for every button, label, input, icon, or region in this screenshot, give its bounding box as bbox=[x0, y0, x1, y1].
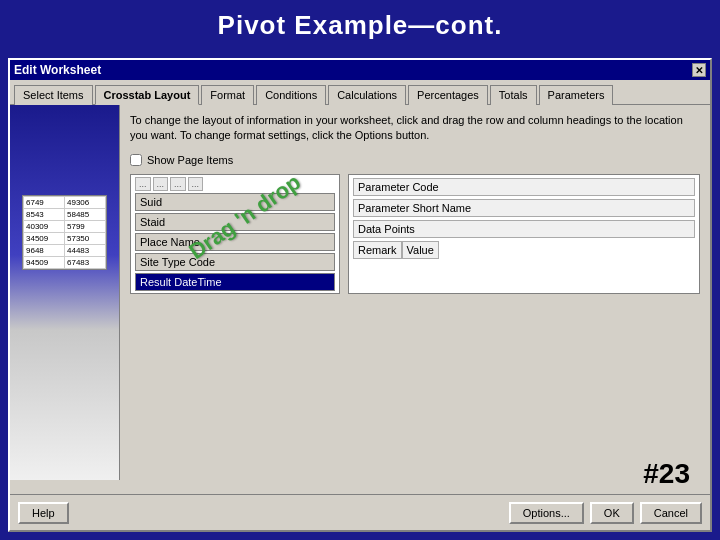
show-page-items-row: Show Page Items bbox=[130, 154, 700, 166]
tabs-row: Select Items Crosstab Layout Format Cond… bbox=[10, 80, 710, 105]
cancel-button[interactable]: Cancel bbox=[640, 502, 702, 524]
ok-button[interactable]: OK bbox=[590, 502, 634, 524]
tab-calculations[interactable]: Calculations bbox=[328, 85, 406, 105]
dialog-title-text: Edit Worksheet bbox=[14, 63, 101, 77]
right-content: To change the layout of information in y… bbox=[120, 105, 710, 480]
help-button[interactable]: Help bbox=[18, 502, 69, 524]
col-cell-3: ... bbox=[170, 177, 186, 191]
left-pivot-panel: ... ... ... ... Suid Staid Place Name Si… bbox=[130, 174, 340, 294]
result-datetime-field[interactable]: Result DateTime bbox=[135, 273, 335, 291]
parameter-short-name-field[interactable]: Parameter Short Name bbox=[353, 199, 695, 217]
show-page-items-checkbox[interactable] bbox=[130, 154, 142, 166]
tab-crosstab-layout[interactable]: Crosstab Layout bbox=[95, 85, 200, 105]
parameter-code-field[interactable]: Parameter Code bbox=[353, 178, 695, 196]
right-pivot-panel: Parameter Code Parameter Short Name Data… bbox=[348, 174, 700, 294]
options-button[interactable]: Options... bbox=[509, 502, 584, 524]
col-cell-4: ... bbox=[188, 177, 204, 191]
page-title: Pivot Example—cont. bbox=[0, 0, 720, 49]
col-cell-1: ... bbox=[135, 177, 151, 191]
pivot-area: Drag 'n drop ... ... ... ... Suid Staid … bbox=[130, 174, 700, 294]
description-text: To change the layout of information in y… bbox=[130, 113, 700, 144]
close-button[interactable]: ✕ bbox=[692, 63, 706, 77]
remark-value-row: Remark Value bbox=[353, 241, 695, 259]
left-panel-data: 674949306 854358485 403095799 3450957350… bbox=[22, 195, 107, 270]
bottom-bar: Help Options... OK Cancel bbox=[10, 494, 710, 530]
slide-number: #23 bbox=[643, 458, 690, 480]
dialog-window: Edit Worksheet ✕ Select Items Crosstab L… bbox=[8, 58, 712, 532]
bottom-right-buttons: Options... OK Cancel bbox=[509, 502, 702, 524]
tab-percentages[interactable]: Percentages bbox=[408, 85, 488, 105]
title-text: Pivot Example—cont. bbox=[218, 10, 503, 40]
dialog-title-bar: Edit Worksheet ✕ bbox=[10, 60, 710, 80]
suid-field[interactable]: Suid bbox=[135, 193, 335, 211]
data-points-field[interactable]: Data Points bbox=[353, 220, 695, 238]
tab-totals[interactable]: Totals bbox=[490, 85, 537, 105]
column-area: ... ... ... ... bbox=[135, 177, 335, 191]
value-field[interactable]: Value bbox=[402, 241, 439, 259]
staid-field[interactable]: Staid bbox=[135, 213, 335, 231]
left-panel: 674949306 854358485 403095799 3450957350… bbox=[10, 105, 120, 480]
show-page-items-label: Show Page Items bbox=[147, 154, 233, 166]
col-cell-2: ... bbox=[153, 177, 169, 191]
tab-conditions[interactable]: Conditions bbox=[256, 85, 326, 105]
tab-format[interactable]: Format bbox=[201, 85, 254, 105]
tab-parameters[interactable]: Parameters bbox=[539, 85, 614, 105]
site-type-code-field[interactable]: Site Type Code bbox=[135, 253, 335, 271]
remark-field[interactable]: Remark bbox=[353, 241, 402, 259]
place-name-field[interactable]: Place Name bbox=[135, 233, 335, 251]
content-area: 674949306 854358485 403095799 3450957350… bbox=[10, 105, 710, 480]
tab-select-items[interactable]: Select Items bbox=[14, 85, 93, 105]
